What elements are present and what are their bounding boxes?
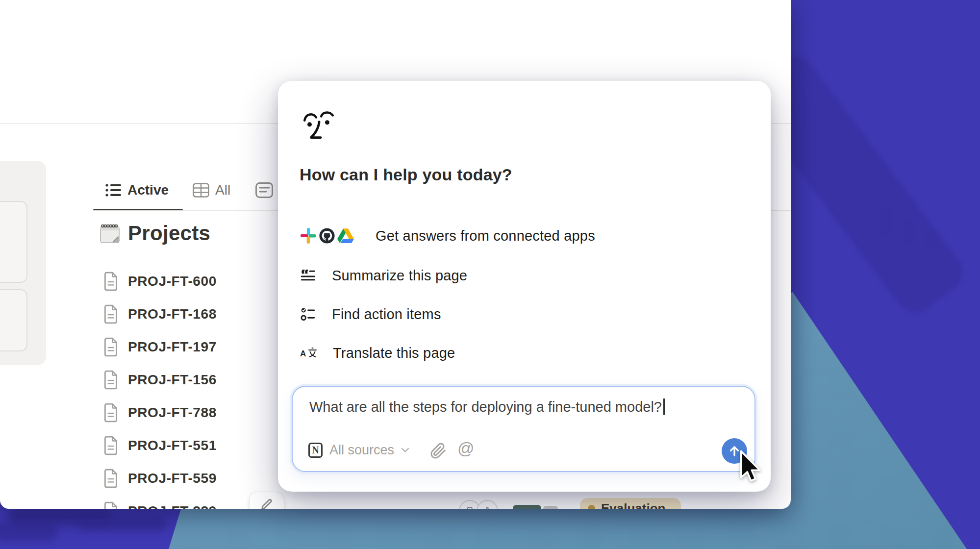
summarize-icon: [300, 268, 316, 283]
menu-item-label: Find action items: [332, 306, 441, 323]
menu-item-label: Summarize this page: [332, 268, 467, 284]
prompt-text: What are all the steps for deploying a f…: [309, 399, 665, 415]
project-label: PROJ-FT-889: [128, 503, 217, 509]
document-icon: [103, 469, 119, 488]
pencil-icon: [259, 497, 274, 509]
project-label: PROJ-FT-156: [128, 372, 217, 388]
menu-item-summarize[interactable]: Summarize this page: [300, 263, 467, 288]
tab-third[interactable]: [255, 182, 273, 198]
tab-label: All: [215, 182, 230, 198]
modal-heading: How can I help you today?: [300, 165, 512, 184]
page-title: Projects: [128, 222, 210, 245]
tab-label: Active: [127, 182, 169, 198]
attach-button[interactable]: [430, 443, 447, 459]
project-label: PROJ-FT-197: [128, 339, 217, 355]
list-item[interactable]: PROJ-FT-889: [103, 500, 217, 509]
list-item[interactable]: PROJ-FT-559: [103, 468, 217, 489]
source-selector-label: All sources: [329, 443, 394, 458]
document-icon: [103, 370, 119, 390]
tag-label: Evaluation: [601, 501, 665, 509]
wallpaper-patch: [78, 517, 167, 531]
side-panel-item: [0, 289, 27, 351]
paperclip-icon: [430, 443, 447, 459]
document-icon: [103, 337, 119, 357]
menu-item-translate[interactable]: A Translate this page: [300, 340, 455, 366]
list-item[interactable]: PROJ-FT-156: [103, 369, 217, 391]
bulleted-list-icon: [105, 183, 122, 198]
document-icon: [103, 501, 119, 509]
list-item[interactable]: PROJ-FT-600: [103, 271, 217, 292]
wallpaper-drip: [882, 206, 890, 235]
evaluation-tag[interactable]: Evaluation: [580, 498, 681, 509]
action-items-icon: [300, 306, 316, 322]
list-item[interactable]: PROJ-FT-788: [103, 402, 217, 424]
avatar-initial: S: [466, 504, 474, 509]
avatar-initial: A: [484, 504, 491, 509]
notion-letter: N: [312, 445, 319, 456]
document-icon: [103, 436, 119, 455]
list-item[interactable]: PROJ-FT-197: [103, 336, 217, 358]
tab-all[interactable]: All: [193, 182, 230, 198]
wallpaper-patch: [0, 522, 58, 541]
document-icon: [103, 272, 119, 291]
menu-item-label: Get answers from connected apps: [376, 228, 595, 244]
list-item[interactable]: PROJ-FT-168: [103, 303, 217, 325]
menu-item-label: Translate this page: [333, 345, 455, 361]
chevron-down-icon: [401, 448, 409, 453]
notion-logo-icon: N: [308, 443, 323, 458]
status-button[interactable]: [513, 505, 541, 509]
text-cursor: [663, 399, 665, 415]
wallpaper-drip: [927, 229, 934, 249]
side-panel-item: [0, 201, 27, 283]
document-icon: [103, 403, 119, 423]
drive-icon: [337, 227, 354, 244]
tab-active[interactable]: Active: [105, 182, 169, 198]
notion-ai-face-icon: [301, 108, 338, 145]
github-icon: [319, 227, 335, 244]
wallpaper-drip: [905, 220, 913, 243]
project-label: PROJ-FT-788: [128, 405, 217, 421]
notepad-icon: [99, 222, 121, 245]
avatar: A: [477, 500, 498, 509]
tag-dot-icon: [588, 505, 595, 509]
document-icon: [103, 304, 119, 324]
project-label: PROJ-FT-559: [128, 471, 217, 486]
source-selector[interactable]: N All sources: [308, 443, 409, 458]
menu-item-find-action-items[interactable]: Find action items: [300, 301, 441, 327]
at-icon: @: [457, 439, 475, 457]
feed-icon: [255, 182, 273, 198]
svg-text:A: A: [300, 349, 306, 358]
project-label: PROJ-FT-551: [128, 438, 217, 453]
prompt-value: What are all the steps for deploying a f…: [309, 399, 662, 415]
translate-icon: A: [300, 346, 317, 360]
notion-ai-dialog: How can I help you today?: [278, 81, 771, 492]
edit-button[interactable]: [250, 492, 284, 509]
project-label: PROJ-FT-600: [128, 274, 217, 289]
menu-item-connected-apps[interactable]: Get answers from connected apps: [300, 223, 595, 249]
mouse-cursor: [739, 450, 763, 486]
table-icon: [193, 183, 209, 198]
prompt-input[interactable]: What are all the steps for deploying a f…: [292, 386, 755, 472]
status-chip[interactable]: [543, 506, 558, 509]
list-item[interactable]: PROJ-FT-551: [103, 435, 217, 456]
project-label: PROJ-FT-168: [128, 306, 217, 322]
slack-icon: [300, 227, 317, 244]
mention-button[interactable]: @: [457, 439, 475, 458]
side-panel-card: [0, 161, 46, 365]
